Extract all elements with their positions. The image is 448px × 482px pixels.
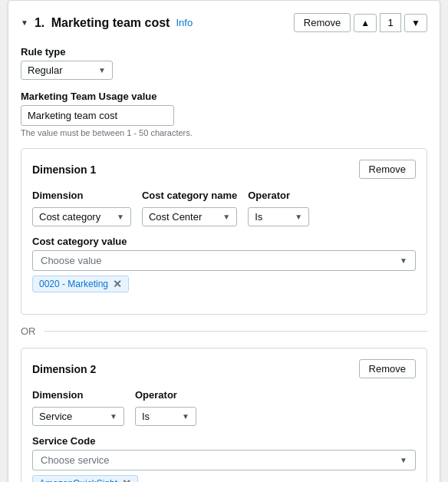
dimension1-operator-field: Operator Is ▼ — [248, 190, 309, 226]
dimension2-tag: AmazonQuickSight ✕ — [32, 470, 416, 482]
dimension1-dimension-caret-icon: ▼ — [117, 213, 124, 221]
dimension2-operator-select-input[interactable]: Is — [142, 411, 179, 422]
marketing-team-cost-card: ▼ 1. Marketing team cost Info Remove ▲ 1… — [8, 0, 440, 482]
dimension1-operator-select-input[interactable]: Is — [255, 211, 292, 223]
dimension1-cost-category-caret-icon: ▼ — [222, 213, 230, 221]
dimension2-inline-fields: Dimension Service ▼ Operator Is ▼ — [32, 389, 416, 426]
dimension1-section: Dimension 1 Remove Dimension Cost catego… — [21, 148, 427, 315]
dimension1-cost-category-field: Cost category name Cost Center ▼ — [142, 190, 237, 226]
dimension2-service-code-field: Service Code Choose service ▼ AmazonQuic… — [32, 435, 416, 482]
dimension1-choose-value-dropdown[interactable]: Choose value ▼ — [32, 250, 416, 271]
dimension1-tag-label: 0020 - Marketing — [39, 279, 108, 289]
counter-display: 1 — [380, 13, 401, 32]
rule-type-select-input[interactable]: Regular — [28, 64, 95, 76]
dimension2-header: Dimension 2 Remove — [32, 359, 416, 378]
dimension2-operator-select[interactable]: Is ▼ — [135, 407, 196, 426]
dimension1-operator-label: Operator — [248, 190, 309, 201]
dimension1-choose-value-caret-icon: ▼ — [400, 256, 407, 265]
dimension2-operator-caret-icon: ▼ — [182, 412, 189, 421]
dimension1-cost-category-select[interactable]: Cost Center ▼ — [142, 207, 237, 226]
dimension2-service-code-label: Service Code — [32, 435, 416, 447]
usage-value-input[interactable] — [21, 105, 174, 126]
dimension1-inline-fields: Dimension Cost category ▼ Cost category … — [32, 190, 416, 226]
rule-type-field: Rule type Regular ▼ — [21, 46, 427, 80]
dimension2-service-dropdown[interactable]: Choose service ▼ — [32, 450, 416, 470]
or-label: OR — [21, 325, 36, 337]
card-header-left: ▼ 1. Marketing team cost Info — [21, 16, 193, 30]
card-header-right: Remove ▲ 1 ▼ — [294, 13, 427, 32]
info-link[interactable]: Info — [176, 17, 193, 28]
rule-type-select[interactable]: Regular ▼ — [21, 61, 113, 80]
usage-value-label: Marketing Team Usage value — [21, 91, 427, 102]
up-arrow-button[interactable]: ▲ — [354, 14, 377, 32]
card-header: ▼ 1. Marketing team cost Info Remove ▲ 1… — [21, 13, 427, 32]
dimension1-header: Dimension 1 Remove — [32, 160, 416, 179]
collapse-icon[interactable]: ▼ — [21, 18, 28, 27]
dimension2-title: Dimension 2 — [32, 363, 96, 375]
dimension2-tag-item: AmazonQuickSight ✕ — [32, 475, 138, 482]
dimension1-cost-category-label: Cost category name — [142, 190, 237, 201]
dimension2-tag-remove-icon[interactable]: ✕ — [122, 478, 131, 482]
dimension2-remove-button[interactable]: Remove — [359, 359, 416, 378]
usage-value-field: Marketing Team Usage value The value mus… — [21, 91, 427, 137]
rule-type-caret-icon: ▼ — [98, 66, 106, 74]
dimension1-cost-value-label: Cost category value — [32, 236, 416, 247]
dimension2-dimension-label: Dimension — [32, 389, 124, 401]
dimension2-dimension-select-input[interactable]: Service — [39, 411, 107, 422]
usage-value-hint: The value must be between 1 - 50 charact… — [21, 128, 427, 137]
dimension2-operator-label: Operator — [135, 389, 196, 401]
dimension1-dimension-field: Dimension Cost category ▼ — [32, 190, 131, 226]
dimension1-choose-value-placeholder: Choose value — [41, 255, 400, 266]
dimension1-tag-remove-icon[interactable]: ✕ — [113, 279, 122, 289]
dimension1-dimension-label: Dimension — [32, 190, 131, 201]
remove-button-header[interactable]: Remove — [294, 13, 351, 32]
dimension2-dimension-caret-icon: ▼ — [110, 412, 117, 421]
dimension1-tag: 0020 - Marketing ✕ — [32, 271, 416, 292]
page-title: 1. Marketing team cost — [35, 16, 170, 30]
dimension1-operator-caret-icon: ▼ — [295, 213, 302, 221]
dimension2-operator-field: Operator Is ▼ — [135, 389, 196, 426]
dimension2-dimension-select[interactable]: Service ▼ — [32, 407, 124, 426]
dimension2-dimension-field: Dimension Service ▼ — [32, 389, 124, 426]
dimension2-service-placeholder: Choose service — [41, 454, 400, 466]
rule-type-label: Rule type — [21, 46, 427, 58]
dimension2-service-caret-icon: ▼ — [400, 456, 407, 464]
dimension1-remove-button[interactable]: Remove — [359, 160, 416, 179]
dimension2-tag-label: AmazonQuickSight — [39, 478, 117, 482]
dimension2-section: Dimension 2 Remove Dimension Service ▼ O… — [21, 348, 427, 482]
dimension1-operator-select[interactable]: Is ▼ — [248, 207, 309, 226]
dimension1-dimension-select[interactable]: Cost category ▼ — [32, 207, 131, 226]
dimension1-cost-value-field: Cost category value Choose value ▼ 0020 … — [32, 236, 416, 292]
dimension1-cost-category-select-input[interactable]: Cost Center — [149, 211, 219, 223]
or-divider: OR — [21, 325, 427, 337]
dimension1-dimension-select-input[interactable]: Cost category — [39, 211, 114, 223]
dimension1-tag-item: 0020 - Marketing ✕ — [32, 276, 129, 292]
dimension1-title: Dimension 1 — [32, 163, 96, 176]
down-arrow-button[interactable]: ▼ — [404, 14, 427, 32]
